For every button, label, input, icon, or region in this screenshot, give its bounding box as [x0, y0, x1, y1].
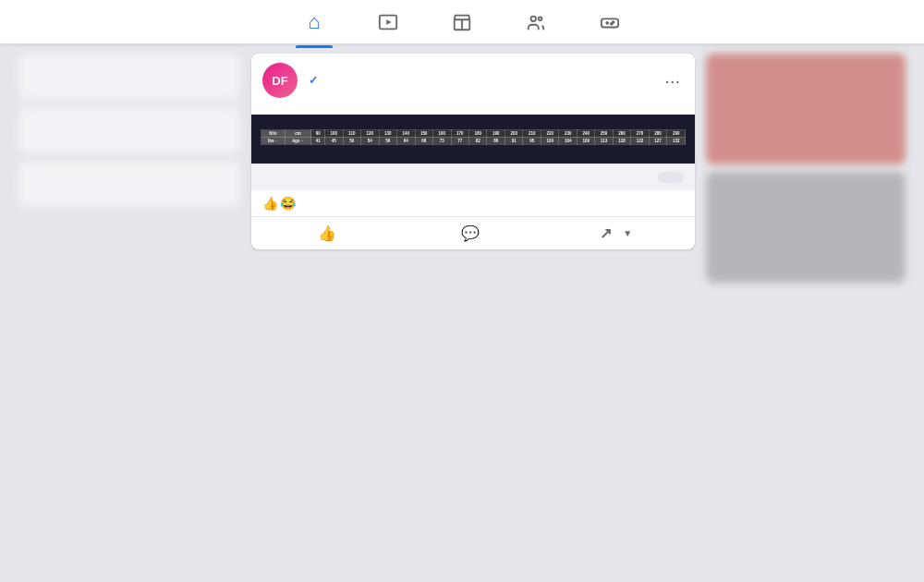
more-options-button[interactable]: ···: [661, 67, 684, 95]
ad-image: ft/in cm 90 100 110 120 130 140 150: [251, 115, 695, 164]
bmi-table: ft/in cm 90 100 110 120 130 140 150: [261, 129, 686, 145]
post-url-bar: [251, 164, 695, 190]
reaction-icons: 👍 😂: [262, 196, 301, 211]
post-card: DF ✓ ···: [251, 54, 695, 249]
comment-share-counts: [677, 197, 684, 210]
avatar: DF: [262, 63, 298, 98]
comment-icon: 💬: [461, 224, 480, 242]
reactions-bar: 👍 😂: [251, 190, 695, 217]
share-dropdown-icon: ▼: [623, 228, 632, 238]
post-author: ✓: [305, 74, 318, 87]
like-icon: 👍: [318, 224, 336, 242]
groups-nav-icon[interactable]: [517, 4, 554, 41]
learn-more-button[interactable]: [658, 172, 684, 183]
haha-reaction: 😂: [280, 196, 296, 211]
share-icon: ↗: [600, 224, 612, 242]
like-button[interactable]: 👍: [259, 219, 402, 248]
svg-point-4: [539, 17, 542, 20]
svg-rect-5: [602, 18, 618, 27]
verified-badge: ✓: [309, 74, 318, 87]
action-buttons: 👍 💬 ↗ ▼: [251, 217, 695, 249]
svg-point-3: [531, 16, 537, 20]
video-nav-icon[interactable]: [370, 4, 407, 41]
marketplace-nav-icon[interactable]: [444, 4, 480, 41]
svg-point-7: [611, 22, 613, 24]
gaming-nav-icon[interactable]: [591, 4, 628, 41]
like-reaction: 👍: [262, 196, 278, 211]
feed-area: DF ✓ ···: [251, 54, 695, 573]
svg-marker-1: [386, 19, 392, 25]
ad-cta: [261, 145, 686, 154]
share-button[interactable]: ↗ ▼: [544, 219, 687, 248]
post-header: DF ✓ ···: [251, 54, 695, 103]
right-sidebar: [706, 54, 906, 573]
post-meta: ✓: [305, 74, 318, 87]
left-sidebar: [18, 54, 240, 573]
home-nav-icon[interactable]: ⌂: [296, 4, 333, 41]
top-navigation: ⌂: [0, 0, 924, 44]
post-body: [251, 103, 695, 115]
comment-button[interactable]: 💬: [402, 219, 545, 248]
